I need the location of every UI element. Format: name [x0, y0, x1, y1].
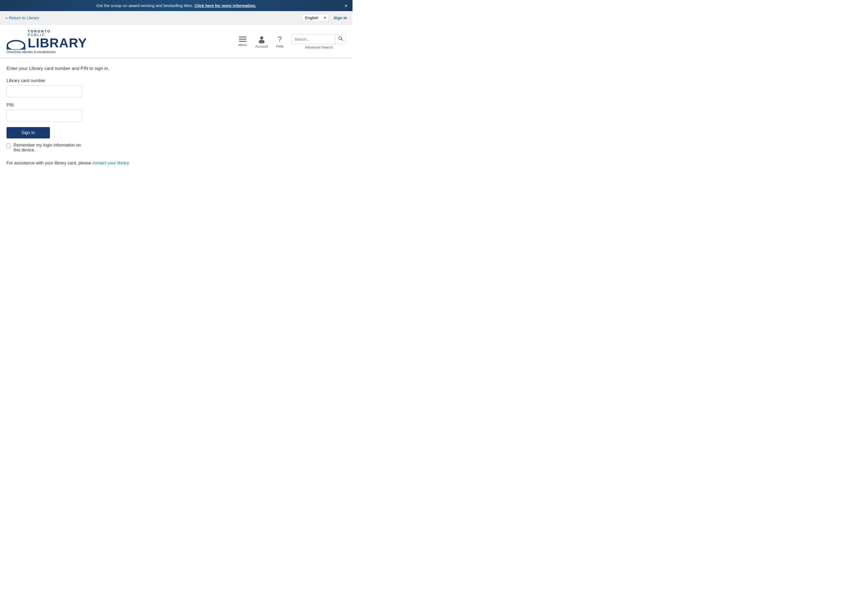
- hamburger-line-2: [239, 39, 247, 40]
- pin-input[interactable]: [6, 110, 83, 122]
- main-content: Enter your Library card number and PIN t…: [0, 58, 353, 177]
- remember-me-text: Remember my login information on this de…: [13, 143, 88, 153]
- advanced-search-link[interactable]: Advanced Search: [305, 45, 333, 49]
- account-label: Account: [255, 44, 268, 49]
- search-icon: [338, 36, 343, 41]
- pin-label: PIN: [6, 103, 346, 108]
- remember-me-label[interactable]: Remember my login information on this de…: [6, 143, 88, 153]
- search-input[interactable]: [292, 37, 335, 41]
- card-number-label: Library card number: [6, 78, 346, 83]
- svg-point-4: [260, 36, 263, 40]
- close-banner-button[interactable]: ×: [344, 3, 348, 9]
- announcement-banner: Get the scoop on award winning and bests…: [0, 0, 353, 11]
- top-sign-in-link[interactable]: Sign In: [334, 15, 347, 20]
- hamburger-line-1: [239, 37, 247, 37]
- card-number-group: Library card number: [6, 78, 346, 97]
- svg-line-7: [341, 39, 343, 41]
- intro-text: Enter your Library card number and PIN t…: [6, 66, 346, 71]
- menu-label: Menu: [238, 43, 247, 47]
- logo-area: TORONTO PUBLIC LIBRARY OverDrive eBooks …: [6, 29, 87, 54]
- help-icon: ?: [278, 35, 282, 43]
- logo-overdrive: OverDrive eBooks & eAudiobooks: [6, 50, 87, 54]
- header-nav: Menu Account ? Help: [238, 34, 346, 49]
- sign-in-button[interactable]: Sign In: [6, 127, 50, 138]
- search-bar: [291, 34, 346, 44]
- assistance-static-text: For assistance with your library card, p…: [6, 161, 93, 165]
- remember-me-checkbox[interactable]: [6, 144, 11, 148]
- contact-library-link[interactable]: contact your library.: [93, 161, 130, 165]
- logo-arch-icon: [6, 35, 25, 50]
- menu-button[interactable]: Menu: [238, 37, 247, 47]
- search-button[interactable]: [335, 35, 346, 44]
- logo-library: LIBRARY: [28, 37, 87, 50]
- svg-point-0: [7, 41, 25, 50]
- hamburger-line-3: [239, 41, 247, 42]
- banner-text: Get the scoop on award winning and bests…: [96, 3, 195, 8]
- help-label: Help: [276, 44, 283, 48]
- hamburger-icon: [239, 37, 247, 42]
- return-to-library-link[interactable]: « Return to Library: [6, 15, 39, 20]
- language-selector[interactable]: English Français Español: [302, 14, 329, 22]
- help-button[interactable]: ? Help: [276, 35, 283, 48]
- logo: TORONTO PUBLIC LIBRARY: [6, 29, 87, 50]
- top-nav-right: English Français Español Sign In: [302, 14, 347, 22]
- top-nav-bar: « Return to Library English Français Esp…: [0, 11, 353, 25]
- banner-link[interactable]: Click here for more information.: [195, 3, 256, 8]
- account-button[interactable]: Account: [255, 35, 268, 49]
- logo-text: TORONTO PUBLIC LIBRARY: [28, 29, 87, 50]
- assistance-text: For assistance with your library card, p…: [6, 161, 346, 166]
- pin-group: PIN: [6, 103, 346, 122]
- library-card-input[interactable]: [6, 85, 83, 97]
- site-header: TORONTO PUBLIC LIBRARY OverDrive eBooks …: [0, 25, 353, 58]
- search-area: Advanced Search: [291, 34, 346, 49]
- svg-point-5: [259, 40, 265, 43]
- person-icon: [258, 35, 266, 43]
